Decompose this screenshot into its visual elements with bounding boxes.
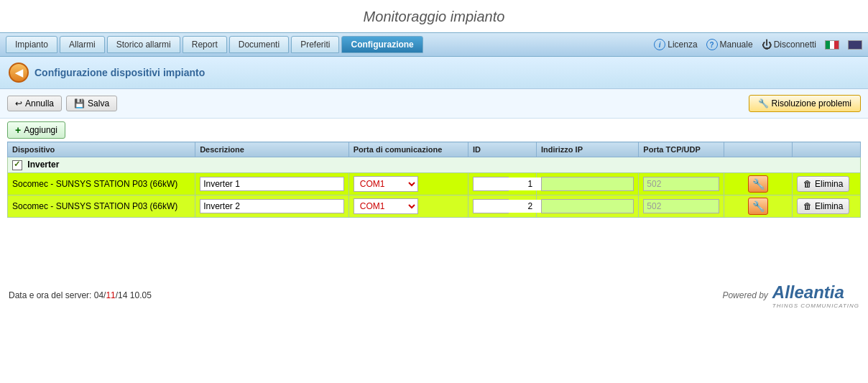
manuale-button[interactable]: ? Manuale	[706, 39, 753, 50]
powered-by-text: Powered by	[722, 290, 767, 300]
risoluzione-button[interactable]: 🔧 Risoluzione problemi	[749, 95, 861, 112]
tab-configurazione[interactable]: Configurazione	[341, 36, 423, 53]
table-header-row: Dispositivo Descrizione Porta di comunic…	[8, 142, 861, 157]
delete-cell-2: 🗑 Elimina	[792, 195, 860, 217]
licenza-button[interactable]: i Licenza	[654, 39, 697, 50]
id-spinner-2: ▲ ▼	[473, 199, 509, 213]
table-row: Socomec - SUNSYS STATION P03 (66kW) COM1…	[8, 172, 861, 195]
port-select-2[interactable]: COM1 COM2 COM3	[354, 198, 418, 214]
nav-tabs: Impianto Allarmi Storico allarmi Report …	[6, 36, 423, 53]
flag-it[interactable]	[825, 40, 839, 50]
section-inverter-label: Inverter	[27, 160, 59, 170]
ip-cell-1	[536, 172, 638, 195]
ip-cell-2	[536, 195, 638, 217]
port-cell-2: COM1 COM2 COM3	[348, 195, 468, 217]
ip-input-1[interactable]	[541, 177, 634, 191]
salva-label: Salva	[88, 98, 109, 109]
id-cell-1: ▲ ▼	[468, 172, 536, 195]
date-prefix: Data e ora del server: 04/	[9, 290, 106, 300]
date-suffix: /14 10.05	[116, 290, 152, 300]
description-2	[195, 195, 349, 217]
alleantia-logo: Alleantia THINGS COMMUNICATING	[772, 282, 859, 309]
toolbar: ↩ Annulla 💾 Salva 🔧 Risoluzione problemi	[0, 89, 868, 119]
nav-right: i Licenza ? Manuale ⏻ Disconnetti	[654, 39, 862, 50]
tab-documenti[interactable]: Documenti	[229, 36, 289, 53]
tcp-input-1[interactable]	[643, 177, 719, 191]
device-table: Dispositivo Descrizione Porta di comunic…	[7, 142, 861, 218]
footer-date: Data e ora del server: 04/11/14 10.05	[9, 290, 152, 300]
table-container: Dispositivo Descrizione Porta di comunic…	[0, 142, 868, 218]
col-header-device: Dispositivo	[8, 142, 195, 157]
breadcrumb-bar: ◀ Configurazione dispositivi impianto	[0, 57, 868, 89]
id-spinner-1: ▲ ▼	[473, 177, 509, 191]
section-inverter-cell: Inverter	[8, 157, 861, 173]
footer: Data e ora del server: 04/11/14 10.05 Po…	[0, 275, 868, 316]
tcp-cell-2	[639, 195, 724, 217]
risoluzione-label: Risoluzione problemi	[772, 98, 851, 109]
footer-right: Powered by Alleantia THINGS COMMUNICATIN…	[722, 282, 859, 309]
wrench-icon: 🔧	[758, 98, 769, 109]
table-row: Socomec - SUNSYS STATION P03 (66kW) COM1…	[8, 195, 861, 217]
back-icon: ◀	[15, 67, 23, 78]
back-button[interactable]: ◀	[9, 63, 29, 83]
col-header-extra1	[724, 142, 793, 157]
elimina-label-2: Elimina	[815, 201, 843, 211]
port-cell-1: COM1 COM2 COM3	[348, 172, 468, 195]
tcp-cell-1	[639, 172, 724, 195]
elimina-button-2[interactable]: 🗑 Elimina	[797, 198, 849, 214]
trash-icon-2: 🗑	[803, 201, 812, 211]
col-header-tcp: Porta TCP/UDP	[639, 142, 724, 157]
description-1	[195, 172, 349, 195]
date-red: 11	[106, 290, 115, 300]
disconnetti-button[interactable]: ⏻ Disconnetti	[762, 39, 816, 50]
description-input-1[interactable]	[200, 177, 344, 191]
inverter-checkbox[interactable]	[12, 160, 22, 170]
device-name-1: Socomec - SUNSYS STATION P03 (66kW)	[8, 172, 195, 195]
port-select-1[interactable]: COM1 COM2 COM3	[354, 176, 418, 192]
col-header-desc: Descrizione	[195, 142, 349, 157]
id-cell-2: ▲ ▼	[468, 195, 536, 217]
col-header-id: ID	[468, 142, 536, 157]
tab-preferiti[interactable]: Preferiti	[291, 36, 339, 53]
brand-sub: THINGS COMMUNICATING	[772, 303, 859, 309]
elimina-label-1: Elimina	[815, 179, 843, 189]
ip-input-2[interactable]	[541, 199, 634, 213]
question-icon: ?	[706, 39, 718, 50]
col-header-port: Porta di comunicazione	[348, 142, 468, 157]
tab-impianto[interactable]: Impianto	[6, 36, 57, 53]
manuale-label: Manuale	[720, 40, 753, 50]
device-name-2: Socomec - SUNSYS STATION P03 (66kW)	[8, 195, 195, 217]
us-flag-icon	[848, 40, 862, 50]
tool-cell-2: 🔧	[724, 195, 793, 217]
annulla-label: Annulla	[25, 98, 54, 109]
section-inverter-row: Inverter	[8, 157, 861, 173]
disconnetti-label: Disconnetti	[774, 40, 816, 50]
trash-icon-1: 🗑	[803, 179, 812, 189]
licenza-label: Licenza	[668, 40, 697, 50]
col-header-ip: Indirizzo IP	[536, 142, 638, 157]
wrench-button-2[interactable]: 🔧	[748, 198, 768, 215]
info-icon: i	[654, 39, 665, 50]
plus-icon: +	[15, 124, 21, 136]
col-header-extra2	[792, 142, 860, 157]
description-input-2[interactable]	[200, 199, 344, 213]
undo-icon: ↩	[15, 98, 22, 109]
power-icon: ⏻	[762, 39, 772, 50]
tab-report[interactable]: Report	[183, 36, 227, 53]
delete-cell-1: 🗑 Elimina	[792, 172, 860, 195]
page-title: Monitoraggio impianto	[0, 0, 868, 32]
tool-cell-1: 🔧	[724, 172, 793, 195]
tab-storico-allarmi[interactable]: Storico allarmi	[107, 36, 180, 53]
tcp-input-2[interactable]	[643, 199, 719, 213]
aggiungi-label: Aggiungi	[24, 125, 57, 135]
wrench-button-1[interactable]: 🔧	[748, 175, 768, 193]
navbar: Impianto Allarmi Storico allarmi Report …	[0, 32, 868, 57]
toolbar-right: 🔧 Risoluzione problemi	[749, 95, 861, 112]
tab-allarmi[interactable]: Allarmi	[60, 36, 105, 53]
flag-us[interactable]	[848, 40, 862, 50]
elimina-button-1[interactable]: 🗑 Elimina	[797, 176, 849, 192]
aggiungi-bar: + Aggiungi	[0, 119, 868, 139]
annulla-button[interactable]: ↩ Annulla	[7, 96, 62, 111]
aggiungi-button[interactable]: + Aggiungi	[7, 121, 65, 139]
salva-button[interactable]: 💾 Salva	[66, 96, 117, 111]
